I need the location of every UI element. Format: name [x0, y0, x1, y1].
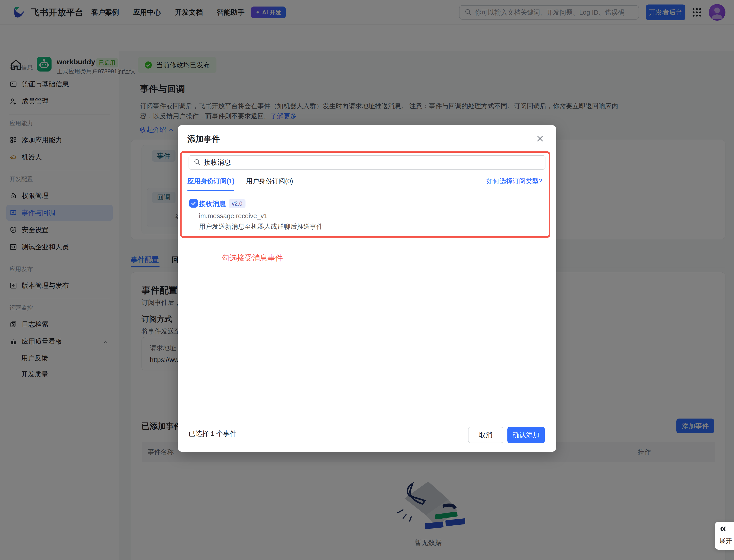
- modal-title: 添加事件: [187, 134, 220, 145]
- event-name[interactable]: 接收消息: [199, 199, 226, 208]
- confirm-add-button[interactable]: 确认添加: [508, 427, 545, 443]
- expand-panel-button[interactable]: « 展开: [715, 522, 734, 550]
- expand-label: 展开: [719, 537, 732, 545]
- event-code: im.message.receive_v1: [199, 212, 267, 220]
- close-icon[interactable]: [535, 134, 545, 143]
- add-event-modal: 添加事件 应用身份订阅(1) 用户身份订阅(0) 如何选择订阅类型? 接收消息 …: [178, 125, 556, 452]
- double-chevron-left-icon: «: [720, 521, 726, 535]
- tab-user-identity-subscription[interactable]: 用户身份订阅(0): [246, 177, 293, 186]
- annotation-note: 勾选接受消息事件: [222, 253, 283, 263]
- tab-app-identity-subscription[interactable]: 应用身份订阅(1): [187, 177, 234, 186]
- search-icon: [193, 158, 201, 166]
- active-tab-underline: [187, 190, 234, 191]
- event-search-box[interactable]: [188, 155, 546, 170]
- check-icon: [191, 200, 196, 206]
- selected-count-text: 已选择 1 个事件: [188, 429, 236, 438]
- event-search-input[interactable]: [204, 159, 537, 166]
- receive-message-checkbox[interactable]: [189, 199, 198, 208]
- cancel-button[interactable]: 取消: [468, 427, 503, 443]
- subscription-type-help-link[interactable]: 如何选择订阅类型?: [487, 177, 542, 186]
- event-description: 用户发送新消息至机器人或群聊后推送事件: [199, 222, 323, 231]
- event-version-badge: v2.0: [229, 199, 245, 208]
- tabs-divider: [188, 191, 546, 191]
